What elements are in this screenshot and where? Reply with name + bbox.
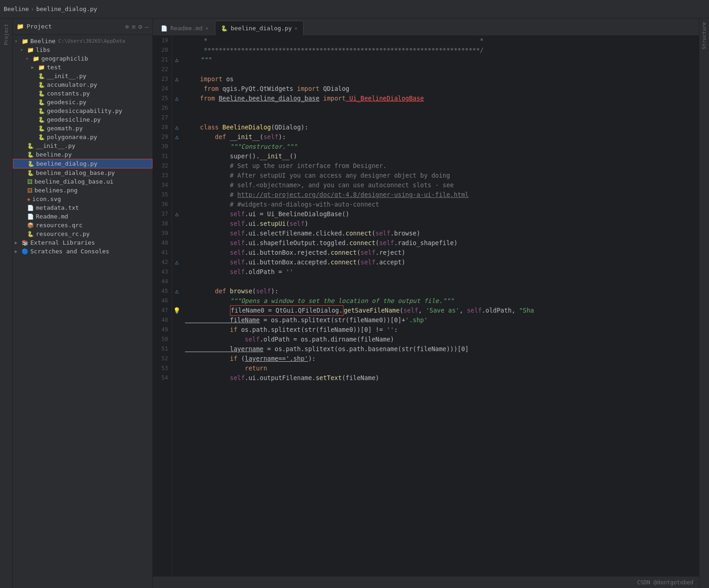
ln-23: 23 [157, 74, 168, 84]
root-path: C:\Users\30265\AppData [58, 38, 125, 44]
tree-geographiclib[interactable]: ▾ 📁 geographiclib [13, 54, 152, 63]
gutter-marker-42: △ [172, 258, 181, 267]
tree-beeline-py[interactable]: ▶ 🐍 beeline.py [13, 150, 152, 159]
code-line-50: self.oldPath = os.path.dirname(fileName) [185, 335, 695, 344]
tab-beeline-dialog-label: beeline_dialog.py [231, 25, 292, 32]
tree-geographiclib-init[interactable]: ▶ 🐍 __init__.py [13, 72, 152, 80]
ln-47: 47 [157, 306, 168, 315]
gutter-marker-28: △ [172, 123, 181, 132]
code-line-33: # After setupUI you can access any desig… [185, 171, 695, 180]
gutter-marker-48 [172, 315, 181, 325]
ln-50: 50 [157, 335, 168, 344]
code-line-27 [185, 113, 695, 123]
tab-readme[interactable]: 📄 Readme.md ✕ [155, 21, 214, 35]
code-line-23: import os [185, 74, 695, 84]
main-layout: Project 📁 Project ⊕ ≡ ⚙ — ▾ 📁 Beeline C:… [0, 18, 709, 588]
code-line-28: class BeelineDialog(QDialog): [185, 123, 695, 132]
tree-beeline-dialog-base-ui[interactable]: ▶ 🖼 beeline_dialog_base.ui [13, 177, 152, 186]
gutter-marker-22 [172, 65, 181, 74]
code-line-39: self.ui.selectFilename.clicked.connect(s… [185, 229, 695, 238]
tree-beelines-png[interactable]: ▶ 🖼 beelines.png [13, 186, 152, 195]
code-content[interactable]: * * ************************************… [181, 36, 699, 576]
tree-root-init[interactable]: ▶ 🐍 __init__.py [13, 141, 152, 150]
gutter-marker-30 [172, 142, 181, 151]
ln-41: 41 [157, 248, 168, 258]
ln-42: 42 [157, 258, 168, 267]
ln-38: 38 [157, 219, 168, 229]
toolbar-collapse-icon[interactable]: ≡ [132, 23, 135, 30]
tree-beeline-dialog-base-py[interactable]: ▶ 🐍 beeline_dialog_base.py [13, 168, 152, 177]
code-line-37: self.ui = Ui_BeelineDialogBase() [185, 209, 695, 219]
tree-polygonarea[interactable]: ▶ 🐍 polygonarea.py [13, 133, 152, 141]
tree-geodesicline[interactable]: ▶ 🐍 geodesicline.py [13, 115, 152, 124]
ln-51: 51 [157, 344, 168, 354]
ln-48: 48 [157, 315, 168, 325]
ln-20: 20 [157, 45, 168, 55]
ln-52: 52 [157, 354, 168, 364]
gutter-marker-31 [172, 151, 181, 161]
left-side-strip: Project [0, 18, 13, 588]
breadcrumb-file: beeline_dialog.py [36, 6, 97, 12]
error-highlight-box: fileName0 = QtGui.QFileDialog. [230, 305, 344, 316]
tree-external-libraries[interactable]: ▶ 📚 External Libraries [13, 238, 152, 247]
code-line-25: from Beeline.beeline_dialog_base import … [185, 94, 695, 103]
breadcrumb-beeline[interactable]: Beeline [4, 6, 29, 12]
gutter-marker-23: △ [172, 74, 181, 84]
tab-beeline-dialog-close[interactable]: ✕ [295, 26, 298, 31]
tree-geodesic[interactable]: ▶ 🐍 geodesic.py [13, 98, 152, 106]
code-line-51: layername = os.path.splitext(os.path.bas… [185, 344, 695, 354]
toolbar-hide-icon[interactable]: — [145, 23, 149, 30]
tree-constants[interactable]: ▶ 🐍 constants.py [13, 89, 152, 98]
tree-metadata-txt[interactable]: ▶ 📄 metadata.txt [13, 203, 152, 212]
gutter-marker-19 [172, 36, 181, 45]
tree-readme-md[interactable]: ▶ 📄 Readme.md [13, 212, 152, 221]
ln-27: 27 [157, 113, 168, 123]
tree-scratches-consoles[interactable]: ▶ 🔵 Scratches and Consoles [13, 247, 152, 256]
toolbar-settings-icon[interactable]: ⚙ [138, 23, 142, 30]
project-panel: 📁 Project ⊕ ≡ ⚙ — ▾ 📁 Beeline C:\Users\3… [13, 18, 153, 588]
tree-accumulator[interactable]: ▶ 🐍 accumulator.py [13, 80, 152, 89]
toolbar-scope-icon[interactable]: ⊕ [125, 23, 129, 30]
top-bar: Beeline › beeline_dialog.py [0, 0, 709, 18]
gutter-marker-27 [172, 113, 181, 123]
code-line-42: self.ui.buttonBox.accepted.connect(self.… [185, 258, 695, 267]
ln-43: 43 [157, 267, 168, 277]
gutter-marker-38 [172, 219, 181, 229]
ln-37: 37 [157, 209, 168, 219]
editor-area: 📄 Readme.md ✕ 🐍 beeline_dialog.py ✕ 19 2… [153, 18, 699, 588]
ln-40: 40 [157, 238, 168, 248]
ln-46: 46 [157, 296, 168, 306]
gutter-marker-52 [172, 354, 181, 364]
code-line-40: self.ui.shapefileOutput.toggled.connect(… [185, 238, 695, 248]
project-toolbar: 📁 Project ⊕ ≡ ⚙ — [13, 18, 152, 35]
gutter-marker-53 [172, 364, 181, 373]
project-side-label[interactable]: Project [3, 20, 9, 49]
ln-30: 30 [157, 142, 168, 151]
tree-root-beeline[interactable]: ▾ 📁 Beeline C:\Users\30265\AppData [13, 37, 152, 45]
ln-34: 34 [157, 180, 168, 190]
ln-54: 54 [157, 373, 168, 383]
tree-libs[interactable]: ▾ 📁 libs [13, 45, 152, 54]
code-line-21: """ [185, 55, 695, 65]
tree-geomath[interactable]: ▶ 🐍 geomath.py [13, 124, 152, 133]
ln-19: 19 [157, 36, 168, 45]
ln-29: 29 [157, 132, 168, 142]
tab-readme-icon: 📄 [161, 25, 168, 32]
code-line-52: if (layername=='.shp'): [185, 354, 695, 364]
code-line-47: fileName0 = QtGui.QFileDialog.getSaveFil… [185, 306, 695, 315]
tree-resources-rc-py[interactable]: ▶ 🐍 resources_rc.py [13, 230, 152, 238]
tab-beeline-dialog[interactable]: 🐍 beeline_dialog.py ✕ [215, 21, 303, 35]
tree-icon-svg[interactable]: ▶ ◈ icon.svg [13, 195, 152, 203]
ln-53: 53 [157, 364, 168, 373]
tree-test[interactable]: ▶ 📁 test [13, 63, 152, 72]
code-line-22 [185, 65, 695, 74]
tree-beeline-dialog-py[interactable]: ▶ 🐍 beeline_dialog.py [13, 159, 152, 168]
code-line-30: """Constructor.""" [185, 142, 695, 151]
right-feature-strip: Structure [699, 18, 709, 588]
tree-resources-qrc[interactable]: ▶ 📦 resources.qrc [13, 221, 152, 230]
tab-readme-close[interactable]: ✕ [205, 26, 208, 31]
gutter-marker-24 [172, 84, 181, 94]
lightbulb-icon[interactable]: 💡 [173, 307, 180, 314]
structure-label[interactable]: Structure [701, 18, 707, 53]
tree-geodesiccapability[interactable]: ▶ 🐍 geodesiccapability.py [13, 106, 152, 115]
